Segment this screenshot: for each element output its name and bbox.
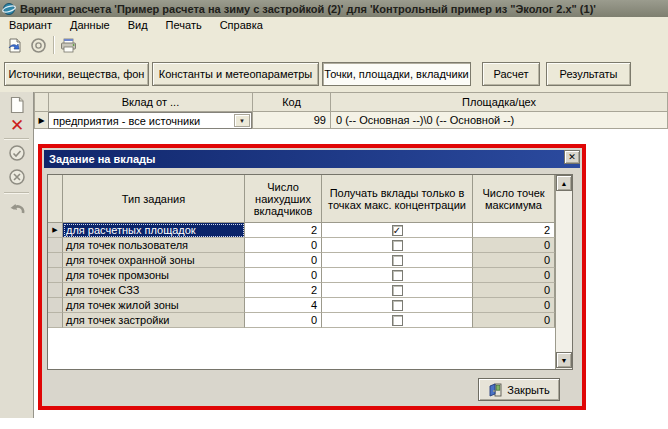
enterprise-code-cell[interactable]: 99 [252,111,331,129]
window-titlebar: Вариант расчета 'Пример расчета на зиму … [0,0,668,17]
task-type-cell[interactable]: для точек пользователя [63,238,245,253]
chevron-down-icon: ▼ [239,118,245,124]
grid-header-enterprise-code: Код предприятия [252,92,331,112]
only-max-cell[interactable] [322,283,473,298]
undo-button[interactable] [6,198,28,220]
checkbox[interactable] [392,270,403,281]
scroll-up-button[interactable]: ▲ [556,175,572,191]
document-copy-icon [6,37,23,54]
menu-help[interactable]: Справка [211,18,272,33]
checkbox[interactable] [392,315,403,326]
table-header-worst-count: Число наихудших вкладчиков [245,175,322,223]
confirm-button[interactable] [6,142,28,164]
only-max-cell[interactable] [322,298,473,313]
max-points-cell[interactable]: 0 [473,238,555,253]
checkbox[interactable] [392,285,403,296]
grid-header-contribution: Вклад от ... [48,92,253,112]
checkbox[interactable] [392,255,403,266]
worst-count-cell[interactable]: 2 [245,223,322,238]
task-type-cell[interactable]: для расчетных площадок [63,223,245,238]
toolbar-separator [53,36,54,54]
worst-count-cell[interactable]: 0 [245,268,322,283]
only-max-cell[interactable]: ✓ [322,223,473,238]
contribution-dropdown-value: предприятия - все источники [53,114,200,128]
only-max-cell[interactable] [322,238,473,253]
worst-count-cell[interactable]: 0 [245,253,322,268]
menu-print[interactable]: Печать [157,18,211,33]
main-toolbar [0,33,668,58]
table-header-max-points-count: Число точек максимума [473,175,555,223]
checkbox[interactable] [392,240,403,251]
app-logo-icon [2,2,16,16]
close-icon: ✕ [568,152,576,162]
tab-constants[interactable]: Константы и метеопараметры [152,62,319,86]
task-type-cell[interactable]: для точек СЗЗ [63,283,245,298]
side-toolbar-separator [4,192,29,193]
task-type-cell[interactable]: для точек охранной зоны [63,253,245,268]
row-marker-icon: ▶ [38,116,44,125]
row-header [48,313,63,328]
copy-variant-button[interactable] [3,35,25,56]
contributions-dialog: Задание на вклады ✕ Тип задания Число на… [38,144,586,410]
tab-sources[interactable]: Источники, вещества, фон [4,62,149,86]
site-cell[interactable]: 0 (-- Основная --)\0 (-- Основной --) [330,111,668,129]
max-points-cell[interactable]: 0 [473,268,555,283]
row-header [48,298,63,313]
menu-data[interactable]: Данные [61,18,119,33]
tab-points-contributors[interactable]: Точки, площадки, вкладчики [322,62,471,86]
tab-calculation[interactable]: Расчет [482,62,540,86]
row-header [48,253,63,268]
dropdown-arrow-button[interactable]: ▼ [234,114,250,127]
worst-count-cell[interactable]: 0 [245,313,322,328]
menu-view[interactable]: Вид [119,18,157,33]
delete-record-button[interactable]: ✕ [6,114,28,136]
max-points-cell[interactable]: 2 [473,223,555,238]
print-button[interactable] [58,35,80,56]
window-title: Вариант расчета 'Пример расчета на зиму … [20,3,596,15]
tab-results[interactable]: Результаты [546,62,631,86]
row-header: ▶ [48,223,63,238]
table-header-only-max-points: Получать вклады только в точках макс. ко… [322,175,473,223]
target-circle-button[interactable] [27,35,49,56]
max-points-cell[interactable]: 0 [473,298,555,313]
only-max-cell[interactable] [322,268,473,283]
checkbox[interactable]: ✓ [392,225,403,236]
row-header [48,283,63,298]
scroll-down-button[interactable]: ▼ [556,352,572,368]
worst-count-cell[interactable]: 2 [245,283,322,298]
side-toolbar: ✕ [0,92,34,418]
task-type-cell[interactable]: для точек жилой зоны [63,298,245,313]
dialog-titlebar: Задание на вклады [44,150,580,168]
cancel-button[interactable] [6,166,28,188]
printer-icon [60,38,78,54]
exit-door-icon [488,383,502,397]
circle-check-icon [8,144,26,162]
close-dialog-button[interactable]: Закрыть [478,378,560,401]
new-document-icon [9,96,25,114]
circle-x-icon [8,168,26,186]
checkbox[interactable] [392,300,403,311]
row-header [48,268,63,283]
new-record-button[interactable] [6,94,28,116]
worst-count-cell[interactable]: 4 [245,298,322,313]
table-vertical-scrollbar[interactable]: ▲ ▼ [555,175,572,369]
only-max-cell[interactable] [322,253,473,268]
scroll-up-icon: ▲ [561,180,568,187]
contributions-table: Тип задания Число наихудших вкладчиков П… [47,174,573,370]
worst-count-cell[interactable]: 0 [245,238,322,253]
grid-header-marker [34,92,49,112]
dialog-close-button[interactable]: ✕ [564,150,580,164]
max-points-cell[interactable]: 0 [473,313,555,328]
only-max-cell[interactable] [322,313,473,328]
dialog-title: Задание на вклады [49,153,155,165]
menu-variant[interactable]: Вариант [0,18,61,33]
contribution-dropdown[interactable]: предприятия - все источники ▼ [48,112,252,129]
grid-header-site: Площадка/цех [330,92,668,112]
undo-arrow-icon [7,200,27,218]
task-type-cell[interactable]: для точек промзоны [63,268,245,283]
close-dialog-label: Закрыть [507,384,549,396]
max-points-cell[interactable]: 0 [473,283,555,298]
grid-row-marker: ▶ [34,111,49,129]
max-points-cell[interactable]: 0 [473,253,555,268]
task-type-cell[interactable]: для точек застройки [63,313,245,328]
